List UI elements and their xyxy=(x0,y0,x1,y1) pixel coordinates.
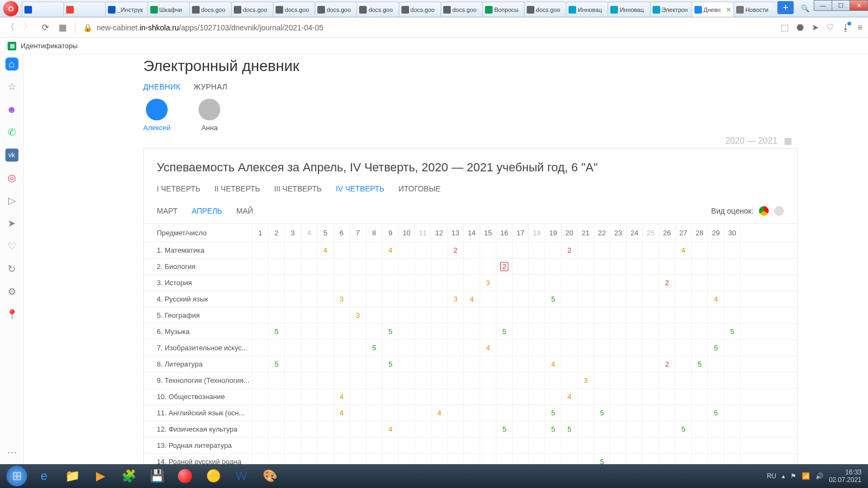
tray-flag-icon[interactable]: ⚑ xyxy=(790,472,796,480)
grade-cell xyxy=(464,421,480,437)
taskbar-paint[interactable]: 🎨 xyxy=(256,465,283,487)
browser-tab[interactable]: docs.goo xyxy=(231,2,273,17)
tray-chevron-icon[interactable]: ▴ xyxy=(782,472,785,480)
browser-tab[interactable]: docs.goo xyxy=(399,2,441,17)
screenshot-icon[interactable]: ⬚ xyxy=(781,22,789,33)
start-button[interactable]: ⊞ xyxy=(7,466,27,486)
tab-q3[interactable]: III ЧЕТВЕРТЬ xyxy=(274,184,322,193)
col-day: 20 xyxy=(561,224,578,242)
shield-icon[interactable]: ⬣ xyxy=(796,22,804,33)
taskbar-app1[interactable]: 🧩 xyxy=(115,465,142,487)
taskbar-explorer[interactable]: 📁 xyxy=(59,465,86,487)
taskbar-opera[interactable] xyxy=(171,465,199,487)
grade-cell xyxy=(382,454,399,464)
browser-tab[interactable]: Дневн✕ xyxy=(692,2,734,17)
close-window-button[interactable]: ✕ xyxy=(850,0,868,11)
history-icon[interactable]: ↻ xyxy=(5,262,18,275)
browser-tab[interactable]: docs.goo xyxy=(441,2,483,17)
settings-icon[interactable]: ⚙ xyxy=(5,285,18,298)
send-icon[interactable]: ➤ xyxy=(812,22,819,33)
apps-button[interactable]: ▦ xyxy=(58,23,67,33)
pin-icon[interactable]: 📍 xyxy=(5,308,18,321)
tab-march[interactable]: МАРТ xyxy=(157,207,177,215)
tray-clock[interactable]: 16:33 02.07.2021 xyxy=(829,468,861,484)
browser-tab[interactable]: _Инструк xyxy=(105,2,148,17)
tray-network-icon[interactable]: 📶 xyxy=(802,472,810,480)
grade-cell xyxy=(529,405,545,421)
maximize-button[interactable]: ☐ xyxy=(832,0,850,11)
more-icon[interactable]: ⋯ xyxy=(5,446,18,459)
grade-cell xyxy=(496,291,513,307)
grade-cell xyxy=(529,340,545,356)
tray-volume-icon[interactable]: 🔊 xyxy=(815,472,824,480)
whatsapp-icon[interactable]: ✆ xyxy=(5,126,18,139)
close-tab-icon[interactable]: ✕ xyxy=(724,6,731,14)
minimize-button[interactable]: — xyxy=(814,0,832,11)
tab-diary[interactable]: ДНЕВНИК xyxy=(143,82,181,91)
tab-april[interactable]: АПРЕЛЬ xyxy=(192,207,222,215)
browser-tab[interactable]: docs.goo xyxy=(315,2,357,17)
send-rail-icon[interactable]: ➤ xyxy=(5,217,18,230)
taskbar-save[interactable]: 💾 xyxy=(143,465,170,487)
grade-cell xyxy=(578,405,594,421)
browser-tab[interactable]: Вопросы xyxy=(482,2,525,17)
bookmark-item[interactable]: Идентификаторы xyxy=(21,42,78,50)
browser-tab[interactable] xyxy=(22,2,64,17)
child-aleksei[interactable]: Алексей xyxy=(143,99,170,132)
grade-cell xyxy=(252,421,269,437)
heart-icon[interactable]: ♡ xyxy=(826,22,834,33)
tab-final[interactable]: ИТОГОВЫЕ xyxy=(399,184,441,193)
grade-cell xyxy=(594,340,610,356)
tab-may[interactable]: МАЙ xyxy=(237,207,253,215)
tab-q1[interactable]: I ЧЕТВЕРТЬ xyxy=(157,184,200,193)
tab-search-button[interactable]: 🔍 xyxy=(796,0,814,17)
color-mode-button[interactable] xyxy=(759,206,769,216)
browser-tab[interactable]: Электрон xyxy=(650,2,692,17)
browser-tab[interactable]: Шкафчи xyxy=(148,2,190,17)
browser-tab[interactable]: Инновац xyxy=(566,2,608,17)
url-field[interactable]: 🔒 new-cabinet.in-shkola.ru/apps/1027103/… xyxy=(83,23,773,32)
opera-menu-button[interactable]: O xyxy=(3,1,18,16)
forward-button[interactable]: 〉 xyxy=(23,23,33,33)
reload-button[interactable]: ⟳ xyxy=(40,23,50,33)
taskbar-ie[interactable]: e xyxy=(30,465,58,487)
star-icon[interactable]: ☆ xyxy=(5,80,18,93)
downloads-icon[interactable]: ⭳ xyxy=(841,23,850,33)
grade-cell xyxy=(692,275,708,291)
mono-mode-button[interactable] xyxy=(774,206,784,216)
grade-cell xyxy=(285,324,301,339)
messenger-icon[interactable]: ☻ xyxy=(5,103,18,116)
browser-tab[interactable]: docs.goo xyxy=(273,2,315,17)
tab-q2[interactable]: II ЧЕТВЕРТЬ xyxy=(214,184,260,193)
back-button[interactable]: 〈 xyxy=(5,23,15,33)
browser-tab[interactable]: docs.goo xyxy=(356,2,399,17)
vk-icon[interactable]: vk xyxy=(5,149,18,162)
tab-journal[interactable]: ЖУРНАЛ xyxy=(194,82,227,91)
taskbar-word[interactable]: W xyxy=(228,465,255,487)
grade-cell xyxy=(659,340,675,356)
player-icon[interactable]: ▷ xyxy=(5,194,18,207)
school-year-picker[interactable]: 2020 — 2021 ▦ xyxy=(725,136,792,146)
taskbar-media[interactable]: ▶ xyxy=(87,465,114,487)
taskbar-chrome[interactable]: 🟡 xyxy=(200,465,227,487)
instagram-icon[interactable]: ◎ xyxy=(5,171,18,184)
heart-rail-icon[interactable]: ♡ xyxy=(5,240,18,253)
grade-cell xyxy=(252,373,269,388)
easy-setup-icon[interactable]: ≡ xyxy=(858,23,863,33)
tab-q4[interactable]: IV ЧЕТВЕРТЬ xyxy=(336,184,384,193)
browser-tab[interactable]: docs.goo xyxy=(524,2,566,17)
home-icon[interactable]: ⌂ xyxy=(5,57,18,70)
browser-tab[interactable]: Новости xyxy=(733,2,775,17)
lang-indicator[interactable]: RU xyxy=(767,472,776,480)
grade-cell xyxy=(431,340,448,356)
grade-value: 5 xyxy=(388,360,392,368)
child-anna[interactable]: Анна xyxy=(199,99,220,132)
table-row: 2. Биология2 xyxy=(144,259,797,275)
grade-cell xyxy=(496,438,513,453)
browser-tab[interactable] xyxy=(63,2,106,17)
browser-tab[interactable]: docs.goo xyxy=(189,2,232,17)
new-tab-button[interactable]: + xyxy=(777,1,794,14)
grade-cell xyxy=(594,259,610,274)
col-day: 3 xyxy=(285,224,301,242)
browser-tab[interactable]: Инновац xyxy=(608,2,650,17)
